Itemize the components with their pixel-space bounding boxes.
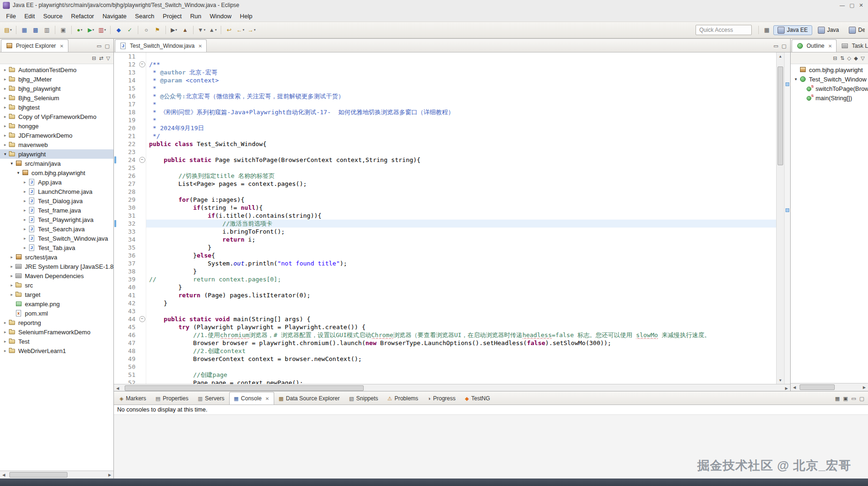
tree-item-src[interactable]: ▸src bbox=[0, 280, 113, 290]
coverage-button[interactable]: ▥▾ bbox=[97, 25, 107, 35]
tab-problems[interactable]: ⚠Problems bbox=[383, 392, 423, 405]
outline-tree[interactable]: com.bjhg.playwright▾Test_Switch_Windowsw… bbox=[791, 64, 868, 383]
hide-static-members-icon[interactable]: ◆ bbox=[854, 55, 858, 61]
perspective-java[interactable]: Java bbox=[814, 25, 843, 35]
expand-icon[interactable]: ▸ bbox=[2, 330, 8, 334]
save-button[interactable]: ▦ bbox=[19, 25, 30, 35]
tree-item-launchchrome-java[interactable]: ▸LaunchChrome.java bbox=[0, 187, 113, 196]
expand-icon[interactable]: ▸ bbox=[2, 105, 8, 110]
perspective-java-ee[interactable]: Java EE bbox=[773, 25, 812, 35]
dropdown-arrow-icon[interactable]: ▾ bbox=[10, 28, 12, 32]
expand-icon[interactable]: ▸ bbox=[2, 348, 8, 353]
view-menu-icon[interactable]: ▽ bbox=[861, 55, 865, 61]
scroll-right-icon[interactable]: ▶ bbox=[783, 386, 790, 390]
collapse-fold-icon[interactable]: − bbox=[139, 157, 145, 163]
overview-ruler[interactable] bbox=[784, 52, 790, 384]
expand-icon[interactable]: ▸ bbox=[22, 236, 28, 241]
tree-item-com-bjhg-playwright[interactable]: ▾com.bjhg.playwright bbox=[0, 168, 113, 177]
scroll-left-icon[interactable]: ◀ bbox=[791, 385, 798, 390]
expand-icon[interactable]: ▸ bbox=[22, 189, 28, 194]
expand-icon[interactable]: ▸ bbox=[2, 320, 8, 325]
scroll-right-icon[interactable]: ▶ bbox=[861, 385, 868, 390]
editor-vscrollbar[interactable]: ▲ ▼ bbox=[776, 52, 784, 384]
minimize-editor-icon[interactable]: ▭ bbox=[773, 43, 778, 49]
menu-file[interactable]: File bbox=[2, 11, 20, 21]
annotation-marker[interactable] bbox=[786, 82, 789, 86]
last-edit-location-button[interactable]: ↩ bbox=[224, 25, 234, 35]
tree-item-maven-dependencies[interactable]: ▸Maven Dependencies bbox=[0, 271, 113, 280]
tree-item-bjhg-selenium[interactable]: ▸Bjhg_Selenium bbox=[0, 93, 113, 103]
expand-icon[interactable]: ▸ bbox=[8, 255, 15, 259]
minimize-panel-icon[interactable]: ▭ bbox=[851, 396, 856, 402]
expand-icon[interactable]: ▸ bbox=[2, 124, 8, 128]
expand-icon[interactable]: ▸ bbox=[22, 199, 28, 203]
run-button[interactable]: ▶▾ bbox=[86, 25, 96, 35]
open-perspective-button[interactable]: ▦ bbox=[762, 25, 772, 35]
tab-testng[interactable]: ◆TestNG bbox=[460, 392, 494, 405]
tree-item-jre-system-library-javase-1-8[interactable]: ▸JRE System Library [JavaSE-1.8] bbox=[0, 262, 113, 271]
outline-hscrollbar[interactable]: ◀ ▶ bbox=[791, 383, 868, 391]
tab-servers[interactable]: ▥Servers bbox=[193, 392, 229, 405]
scroll-right-icon[interactable]: ▶ bbox=[106, 473, 113, 477]
maximize-editor-icon[interactable]: ▢ bbox=[782, 43, 786, 49]
scroll-down-icon[interactable]: ▼ bbox=[777, 376, 784, 384]
tab-data-source-explorer[interactable]: ▩Data Source Explorer bbox=[274, 392, 344, 405]
tab-progress[interactable]: ◑Progress bbox=[423, 392, 460, 405]
collapse-all-icon[interactable]: ⊟ bbox=[92, 55, 96, 61]
tree-item-test-tab-java[interactable]: ▸Test_Tab.java bbox=[0, 243, 113, 252]
tree-item-target[interactable]: ▸target bbox=[0, 290, 113, 299]
tree-item-test-switch-window[interactable]: ▾Test_Switch_Window bbox=[791, 74, 868, 84]
tree-item-playwright[interactable]: ▾playwright bbox=[0, 149, 113, 159]
expand-icon[interactable]: ▸ bbox=[22, 208, 28, 213]
tab-properties[interactable]: ▤Properties bbox=[151, 392, 193, 405]
collapse-icon[interactable]: ▾ bbox=[8, 161, 15, 166]
collapse-icon[interactable]: ▾ bbox=[15, 170, 22, 175]
run-java-application-button[interactable]: ◆ bbox=[113, 25, 124, 35]
tree-item-automationtestdemo[interactable]: ▸AutomationTestDemo bbox=[0, 65, 113, 74]
maximize-panel-icon[interactable]: ▢ bbox=[105, 43, 110, 49]
expand-icon[interactable]: ▸ bbox=[2, 142, 8, 147]
console-output-area[interactable]: 掘金技术社区 @ 北京_宏哥 bbox=[114, 415, 868, 479]
dropdown-arrow-icon[interactable]: ▾ bbox=[204, 28, 206, 32]
new-wizard-button[interactable]: ▤▾ bbox=[3, 25, 13, 35]
collapse-fold-icon[interactable]: − bbox=[139, 61, 145, 67]
expand-icon[interactable]: ▸ bbox=[8, 292, 15, 297]
collapse-icon[interactable]: ▾ bbox=[2, 152, 8, 156]
tab-markers[interactable]: ◈Markers bbox=[115, 392, 151, 405]
expand-icon[interactable]: ▸ bbox=[8, 283, 15, 287]
tree-item-src-test-java[interactable]: ▸src/test/java bbox=[0, 252, 113, 262]
close-icon[interactable]: ✕ bbox=[265, 396, 269, 401]
tree-item-main-string[interactable]: main(String[]) bbox=[791, 93, 868, 103]
dropdown-arrow-icon[interactable]: ▾ bbox=[104, 28, 106, 32]
forward-button[interactable]: →▾ bbox=[247, 25, 257, 35]
tab-console[interactable]: ▦Console✕ bbox=[229, 392, 274, 405]
expand-icon[interactable]: ▸ bbox=[2, 133, 8, 138]
link-with-editor-icon[interactable]: ⇄ bbox=[99, 55, 103, 61]
open-type-button[interactable]: ○ bbox=[141, 25, 151, 35]
dropdown-arrow-icon[interactable]: ▾ bbox=[92, 28, 94, 32]
collapse-icon[interactable]: ▾ bbox=[793, 77, 799, 81]
tab-snippets[interactable]: ▧Snippets bbox=[344, 392, 383, 405]
save-all-button[interactable]: ▩ bbox=[30, 25, 41, 35]
tree-item-reportng[interactable]: ▸reportng bbox=[0, 318, 113, 327]
close-icon[interactable]: ✕ bbox=[828, 44, 832, 49]
dropdown-arrow-icon[interactable]: ▾ bbox=[175, 28, 177, 32]
tree-item-seleniumframeworkdemo[interactable]: ▸SeleniumFrameworkDemo bbox=[0, 327, 113, 337]
tree-item-pom-xml[interactable]: pom.xml bbox=[0, 309, 113, 318]
expand-icon[interactable]: ▸ bbox=[8, 264, 15, 269]
tab-project-explorer[interactable]: Project Explorer ✕ bbox=[1, 39, 68, 52]
code-editor[interactable]: 1112−/**13 * @author 北京-宏哥14 * @param <c… bbox=[114, 52, 776, 384]
maximize-panel-icon[interactable]: ▢ bbox=[860, 396, 864, 402]
sort-icon[interactable]: ⇅ bbox=[840, 55, 844, 61]
expand-icon[interactable]: ▸ bbox=[2, 67, 8, 72]
close-icon[interactable]: ✕ bbox=[60, 44, 63, 49]
tab-task-list[interactable]: Task List bbox=[837, 39, 868, 52]
scroll-up-icon[interactable]: ▲ bbox=[777, 52, 784, 60]
dropdown-arrow-icon[interactable]: ▾ bbox=[254, 28, 256, 32]
open-console-icon[interactable]: ▦ bbox=[835, 396, 839, 402]
menu-refactor[interactable]: Refactor bbox=[67, 11, 98, 21]
menu-edit[interactable]: Edit bbox=[20, 11, 39, 21]
dropdown-arrow-icon[interactable]: ▾ bbox=[81, 28, 82, 32]
project-explorer-tree[interactable]: ▸AutomationTestDemo▸bjhg_JMeter▸bjhg_pla… bbox=[0, 64, 113, 471]
build-all-button[interactable]: ▣ bbox=[58, 25, 68, 35]
